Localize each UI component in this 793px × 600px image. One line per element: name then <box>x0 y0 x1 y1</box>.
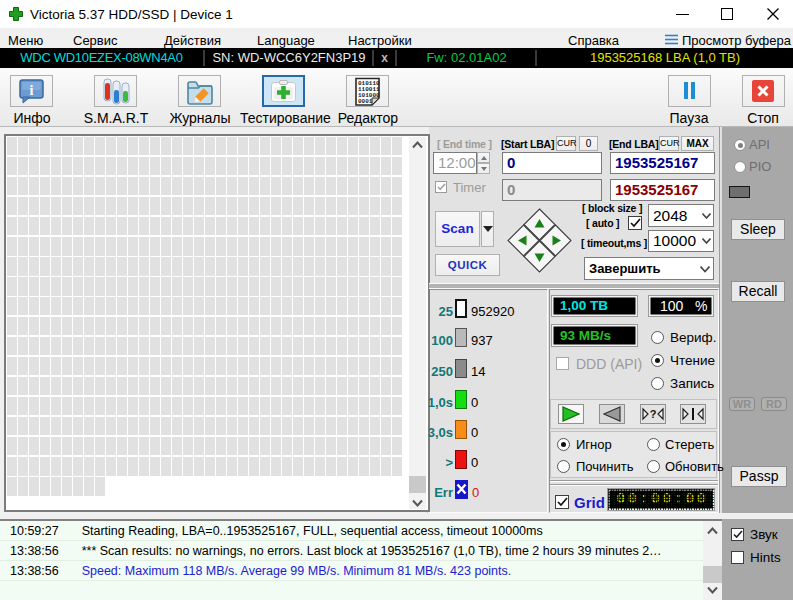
svg-text:i: i <box>30 83 34 98</box>
svg-text:0001: 0001 <box>358 98 373 105</box>
svg-text:?: ? <box>650 408 657 420</box>
